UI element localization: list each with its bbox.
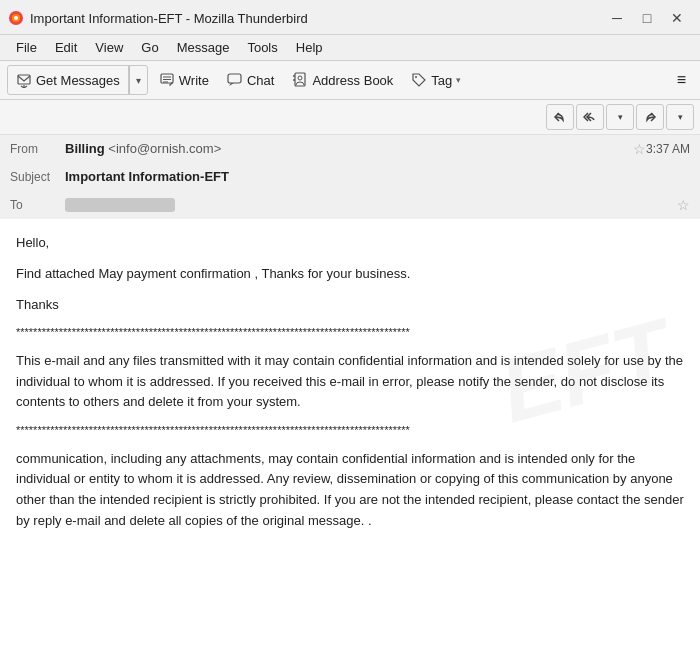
from-star-icon[interactable]: ☆ — [633, 141, 646, 157]
from-value: Billing <info@ornish.com> — [65, 141, 627, 156]
close-button[interactable]: ✕ — [662, 6, 692, 30]
get-messages-icon — [16, 72, 32, 88]
forward-dropdown[interactable]: ▾ — [666, 104, 694, 130]
maximize-button[interactable]: □ — [632, 6, 662, 30]
title-bar-left: Important Information-EFT - Mozilla Thun… — [8, 10, 308, 26]
window-title: Important Information-EFT - Mozilla Thun… — [30, 11, 308, 26]
subject-label: Subject — [10, 170, 65, 184]
forward-icon — [643, 110, 657, 124]
svg-rect-9 — [228, 74, 241, 83]
tag-label: Tag — [431, 73, 452, 88]
tag-icon — [411, 72, 427, 88]
menu-bar: File Edit View Go Message Tools Help — [0, 35, 700, 61]
menu-go[interactable]: Go — [133, 37, 166, 58]
get-messages-dropdown[interactable]: ▾ — [129, 66, 147, 94]
to-star-icon[interactable]: ☆ — [677, 197, 690, 213]
menu-view[interactable]: View — [87, 37, 131, 58]
write-icon — [159, 72, 175, 88]
minimize-button[interactable]: ─ — [602, 6, 632, 30]
get-messages-group: Get Messages ▾ — [7, 65, 148, 95]
title-bar: Important Information-EFT - Mozilla Thun… — [0, 0, 700, 35]
svg-rect-3 — [18, 75, 30, 84]
body-greeting: Hello, — [16, 233, 684, 254]
menu-help[interactable]: Help — [288, 37, 331, 58]
to-field: To ☆ — [0, 191, 700, 219]
message-time: 3:37 AM — [646, 142, 690, 156]
write-button[interactable]: Write — [151, 68, 217, 92]
menu-tools[interactable]: Tools — [239, 37, 285, 58]
subject-value: Important Information-EFT — [65, 169, 690, 184]
message-content: ▾ ▾ From Billing <info@ornish.com> ☆ 3:3… — [0, 100, 700, 655]
menu-file[interactable]: File — [8, 37, 45, 58]
from-label: From — [10, 142, 65, 156]
address-book-button[interactable]: Address Book — [284, 68, 401, 92]
subject-field: Subject Important Information-EFT — [0, 163, 700, 191]
chat-button[interactable]: Chat — [219, 68, 282, 92]
forward-button[interactable] — [636, 104, 664, 130]
disclaimer-stars-bottom: ****************************************… — [16, 423, 684, 438]
disclaimer-stars-top: ****************************************… — [16, 325, 684, 340]
address-book-label: Address Book — [312, 73, 393, 88]
svg-point-15 — [415, 76, 417, 78]
content-area: ▾ ▾ From Billing <info@ornish.com> ☆ 3:3… — [0, 100, 700, 655]
menu-button[interactable]: ≡ — [669, 67, 694, 93]
body-thanks: Thanks — [16, 295, 684, 316]
reply-button[interactable] — [546, 104, 574, 130]
chat-label: Chat — [247, 73, 274, 88]
svg-point-12 — [298, 76, 302, 80]
to-value — [65, 197, 671, 213]
app-icon — [8, 10, 24, 26]
from-name: Billing — [65, 141, 105, 156]
reply-all-icon — [583, 110, 597, 124]
reply-icon — [553, 110, 567, 124]
body-line1: Find attached May payment confirmation ,… — [16, 264, 684, 285]
to-address-blurred — [65, 198, 175, 212]
message-action-toolbar: ▾ ▾ — [0, 100, 700, 135]
menu-message[interactable]: Message — [169, 37, 238, 58]
chat-icon — [227, 72, 243, 88]
address-book-icon — [292, 72, 308, 88]
subject-text: Important Information-EFT — [65, 169, 229, 184]
message-body: EFT Hello, Find attached May payment con… — [0, 219, 700, 655]
menu-edit[interactable]: Edit — [47, 37, 85, 58]
disclaimer-text-1: This e-mail and any files transmitted wi… — [16, 351, 684, 413]
main-toolbar: Get Messages ▾ Write Chat Address Book — [0, 61, 700, 100]
reply-dropdown[interactable]: ▾ — [606, 104, 634, 130]
window-controls: ─ □ ✕ — [602, 6, 692, 30]
from-email: <info@ornish.com> — [108, 141, 221, 156]
to-label: To — [10, 198, 65, 212]
menu-icon: ≡ — [677, 71, 686, 89]
disclaimer-text-2: communication, including any attachments… — [16, 449, 684, 532]
write-label: Write — [179, 73, 209, 88]
get-messages-label: Get Messages — [36, 73, 120, 88]
get-messages-button[interactable]: Get Messages — [8, 66, 129, 94]
reply-all-button[interactable] — [576, 104, 604, 130]
tag-dropdown-arrow: ▾ — [456, 75, 461, 85]
svg-point-2 — [14, 16, 18, 20]
from-field: From Billing <info@ornish.com> ☆ 3:37 AM — [0, 135, 700, 163]
tag-button[interactable]: Tag ▾ — [403, 68, 469, 92]
